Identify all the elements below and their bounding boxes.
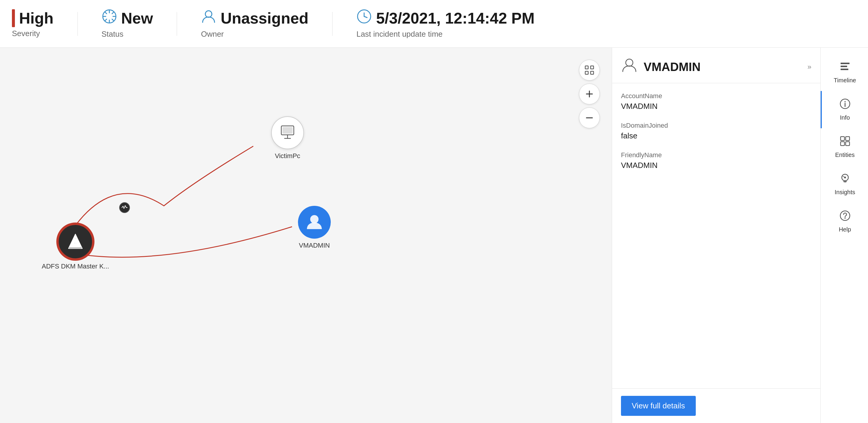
svg-point-29 (626, 59, 633, 66)
severity-item: High Severity (12, 9, 54, 38)
sidebar-item-info[interactable]: Info (820, 91, 868, 128)
svg-rect-32 (841, 68, 848, 70)
severity-sub: Severity (12, 29, 54, 38)
svg-point-35 (844, 101, 846, 102)
panel-field-accountname-value: VMADMIN (621, 102, 811, 111)
clock-icon (356, 9, 372, 28)
alert-node-label: ADFS DKM Master K... (42, 262, 109, 270)
fit-view-button[interactable] (579, 60, 600, 81)
victimpc-node-label: VictimPc (275, 152, 300, 160)
panel-title: VMADMIN (644, 60, 701, 74)
alert-node[interactable]: ADFS DKM Master K... (42, 224, 109, 270)
panel-field-friendlyname-value: VMADMIN (621, 161, 811, 170)
time-label: 5/3/2021, 12:14:42 PM (376, 9, 534, 27)
sidebar-timeline-label: Timeline (834, 77, 856, 84)
sidebar-item-insights[interactable]: Insights (820, 166, 868, 203)
header-divider-1 (78, 12, 78, 36)
svg-rect-30 (841, 63, 849, 64)
help-icon (839, 210, 851, 224)
status-label: New (121, 9, 153, 27)
svg-point-46 (844, 218, 846, 219)
view-full-details-button[interactable]: View full details (621, 396, 696, 416)
status-item: New Status (102, 9, 153, 39)
panel-header: VMADMIN » (612, 48, 820, 83)
graph-controls (579, 60, 600, 128)
sidebar-item-timeline[interactable]: Timeline (820, 54, 868, 91)
svg-rect-23 (591, 66, 594, 69)
svg-rect-36 (841, 137, 844, 141)
panel-field-isdomainjoined: IsDomainJoined false (621, 122, 811, 141)
panel-expand-button[interactable]: » (807, 63, 811, 71)
status-icon (102, 9, 117, 28)
svg-rect-25 (591, 71, 594, 74)
sidebar-item-help[interactable]: Help (820, 203, 868, 240)
insights-icon (839, 173, 851, 187)
header-divider-3 (332, 12, 333, 36)
owner-icon (201, 9, 216, 28)
panel-field-friendlyname: FriendlyName VMADMIN (621, 151, 811, 170)
svg-line-6 (112, 19, 114, 21)
sidebar-help-label: Help (839, 226, 851, 233)
vmadmin-node[interactable]: VMADMIN (298, 206, 331, 249)
time-item: 5/3/2021, 12:14:42 PM Last incident upda… (356, 9, 534, 39)
panel-field-accountname: AccountName VMADMIN (621, 92, 811, 111)
svg-point-45 (840, 211, 850, 221)
svg-rect-37 (846, 137, 849, 141)
svg-line-12 (364, 17, 367, 18)
svg-point-9 (205, 11, 212, 17)
svg-point-44 (844, 177, 846, 178)
svg-rect-31 (841, 66, 847, 67)
side-nav: Timeline Info Entities (820, 48, 868, 423)
zoom-in-button[interactable] (579, 84, 600, 105)
sidebar-entities-label: Entities (835, 151, 855, 159)
panel-field-isdomainjoined-label: IsDomainJoined (621, 122, 811, 130)
severity-label: High (19, 9, 54, 27)
owner-label: Unassigned (220, 9, 308, 27)
status-sub: Status (102, 30, 153, 39)
graph-area[interactable]: ADFS DKM Master K... VictimPc (0, 48, 612, 423)
svg-point-21 (310, 215, 318, 223)
info-icon (839, 98, 851, 112)
svg-rect-24 (585, 71, 588, 74)
vmadmin-node-label: VMADMIN (299, 242, 330, 249)
activity-node (119, 202, 130, 213)
svg-rect-20 (282, 127, 292, 134)
header: High Severity New Status (0, 0, 868, 48)
sidebar-item-entities[interactable]: Entities (820, 128, 868, 166)
header-divider-2 (177, 12, 177, 36)
panel-user-icon (621, 57, 638, 77)
severity-bar (12, 9, 15, 27)
svg-line-8 (105, 19, 107, 21)
victimpc-node[interactable]: VictimPc (271, 116, 304, 160)
owner-sub: Owner (201, 30, 308, 39)
panel-field-friendlyname-label: FriendlyName (621, 151, 811, 159)
panel-content: AccountName VMADMIN IsDomainJoined false… (612, 83, 820, 388)
timeline-icon (839, 61, 851, 75)
sidebar-insights-label: Insights (835, 189, 855, 196)
panel-footer: View full details (612, 388, 820, 423)
zoom-out-button[interactable] (579, 107, 600, 128)
entities-icon (839, 135, 851, 149)
svg-rect-39 (846, 142, 849, 146)
svg-rect-38 (841, 142, 844, 146)
svg-rect-22 (585, 66, 588, 69)
main-content: ADFS DKM Master K... VictimPc (0, 48, 868, 423)
panel-field-accountname-label: AccountName (621, 92, 811, 100)
sidebar-info-label: Info (840, 114, 850, 121)
right-panel: VMADMIN » AccountName VMADMIN IsDomainJo… (612, 48, 820, 423)
svg-line-7 (112, 12, 114, 14)
panel-field-isdomainjoined-value: false (621, 131, 811, 141)
owner-item: Unassigned Owner (201, 9, 308, 39)
svg-line-5 (105, 12, 107, 14)
time-sub: Last incident update time (356, 30, 534, 39)
